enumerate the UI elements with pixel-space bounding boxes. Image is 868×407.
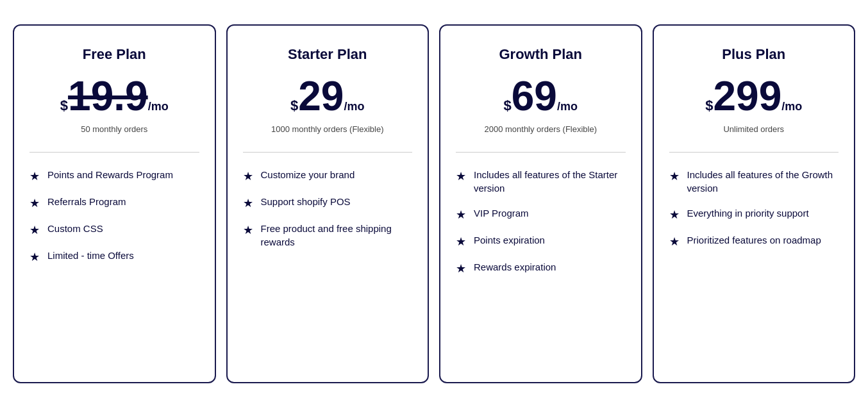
price-period-free: /mo bbox=[148, 100, 169, 113]
star-icon: ★ bbox=[456, 169, 466, 183]
feature-text: Customize your brand bbox=[261, 168, 355, 181]
list-item: ★Everything in priority support bbox=[669, 206, 839, 222]
feature-text: VIP Program bbox=[474, 206, 529, 220]
list-item: ★Free product and free shipping rewards bbox=[243, 222, 413, 249]
list-item: ★Prioritized features on roadmap bbox=[669, 233, 839, 249]
feature-text: Points expiration bbox=[474, 233, 545, 247]
list-item: ★Custom CSS bbox=[29, 222, 199, 237]
plan-title-plus: Plus Plan bbox=[669, 46, 839, 63]
price-row-plus: $299/mo bbox=[669, 76, 839, 117]
price-amount-plus: 299 bbox=[713, 76, 781, 117]
price-amount-free: 19.9 bbox=[68, 76, 148, 117]
features-list-plus: ★Includes all features of the Growth ver… bbox=[669, 168, 839, 249]
currency-growth: $ bbox=[504, 97, 512, 114]
star-icon: ★ bbox=[29, 196, 40, 210]
feature-text: Everything in priority support bbox=[687, 206, 809, 220]
star-icon: ★ bbox=[669, 169, 680, 183]
price-row-free: $19.9/mo bbox=[29, 76, 199, 117]
star-icon: ★ bbox=[456, 262, 466, 276]
star-icon: ★ bbox=[669, 235, 680, 249]
star-icon: ★ bbox=[456, 235, 466, 249]
star-icon: ★ bbox=[243, 223, 253, 237]
star-icon: ★ bbox=[669, 208, 680, 222]
feature-text: Free product and free shipping rewards bbox=[261, 222, 413, 249]
currency-plus: $ bbox=[705, 97, 713, 114]
plan-card-plus: Plus Plan$299/moUnlimited orders★Include… bbox=[653, 24, 856, 383]
price-amount-starter: 29 bbox=[298, 76, 344, 117]
list-item: ★Customize your brand bbox=[243, 168, 413, 183]
feature-text: Points and Rewards Program bbox=[47, 168, 173, 181]
divider-starter bbox=[243, 152, 413, 153]
star-icon: ★ bbox=[29, 169, 40, 183]
order-info-growth: 2000 monthly orders (Flexible) bbox=[456, 124, 626, 134]
feature-text: Referrals Program bbox=[47, 195, 126, 208]
price-row-growth: $69/mo bbox=[456, 76, 626, 117]
price-period-starter: /mo bbox=[344, 100, 364, 113]
plan-card-starter: Starter Plan$29/mo1000 monthly orders (F… bbox=[226, 24, 430, 383]
star-icon: ★ bbox=[243, 169, 253, 183]
currency-free: $ bbox=[60, 97, 68, 114]
price-period-plus: /mo bbox=[781, 100, 802, 113]
feature-text: Support shopify POS bbox=[261, 195, 351, 208]
features-list-growth: ★Includes all features of the Starter ve… bbox=[456, 168, 626, 276]
price-period-growth: /mo bbox=[557, 100, 578, 113]
order-info-free: 50 monthly orders bbox=[29, 124, 199, 134]
list-item: ★Points expiration bbox=[456, 233, 626, 249]
plan-title-starter: Starter Plan bbox=[243, 46, 413, 63]
plan-card-free: Free Plan$19.9/mo50 monthly orders★Point… bbox=[13, 24, 216, 383]
divider-growth bbox=[456, 152, 626, 153]
list-item: ★Support shopify POS bbox=[243, 195, 413, 210]
star-icon: ★ bbox=[243, 196, 253, 210]
order-info-plus: Unlimited orders bbox=[669, 124, 839, 134]
list-item: ★VIP Program bbox=[456, 206, 626, 222]
list-item: ★Limited - time Offers bbox=[29, 249, 199, 264]
price-amount-growth: 69 bbox=[512, 76, 557, 117]
plan-title-free: Free Plan bbox=[29, 46, 199, 63]
list-item: ★Rewards expiration bbox=[456, 260, 626, 276]
plan-title-growth: Growth Plan bbox=[456, 46, 626, 63]
divider-free bbox=[29, 152, 199, 153]
divider-plus bbox=[669, 152, 839, 153]
list-item: ★Includes all features of the Starter ve… bbox=[456, 168, 626, 195]
feature-text: Includes all features of the Growth vers… bbox=[687, 168, 839, 195]
pricing-container: Free Plan$19.9/mo50 monthly orders★Point… bbox=[13, 24, 855, 383]
feature-text: Prioritized features on roadmap bbox=[687, 233, 821, 247]
feature-text: Rewards expiration bbox=[474, 260, 556, 274]
list-item: ★Points and Rewards Program bbox=[29, 168, 199, 183]
list-item: ★Referrals Program bbox=[29, 195, 199, 210]
currency-starter: $ bbox=[290, 97, 298, 114]
star-icon: ★ bbox=[456, 208, 466, 222]
feature-text: Limited - time Offers bbox=[47, 249, 134, 262]
feature-text: Includes all features of the Starter ver… bbox=[474, 168, 626, 195]
star-icon: ★ bbox=[29, 250, 40, 264]
price-row-starter: $29/mo bbox=[243, 76, 413, 117]
features-list-starter: ★Customize your brand★Support shopify PO… bbox=[243, 168, 413, 249]
plan-card-growth: Growth Plan$69/mo2000 monthly orders (Fl… bbox=[439, 24, 642, 383]
feature-text: Custom CSS bbox=[47, 222, 103, 235]
list-item: ★Includes all features of the Growth ver… bbox=[669, 168, 839, 195]
order-info-starter: 1000 monthly orders (Flexible) bbox=[243, 124, 413, 134]
features-list-free: ★Points and Rewards Program★Referrals Pr… bbox=[29, 168, 199, 264]
star-icon: ★ bbox=[29, 223, 40, 237]
